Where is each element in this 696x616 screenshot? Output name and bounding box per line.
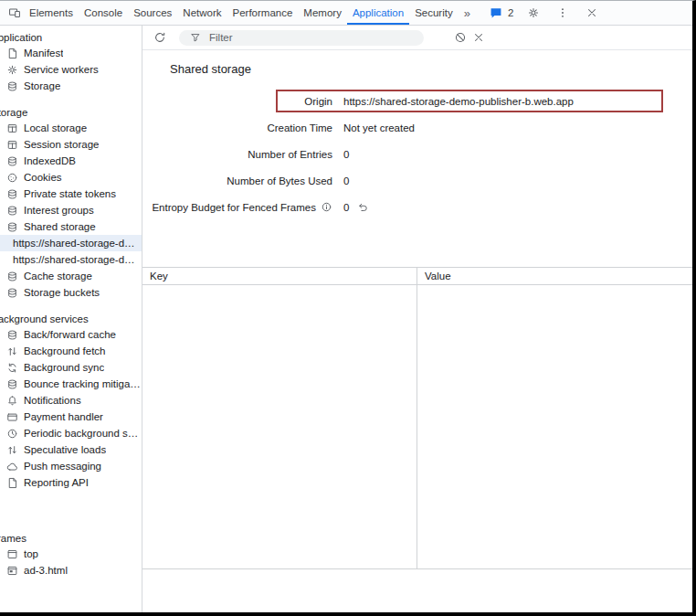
sidebar-item-label: Background fetch <box>24 345 106 356</box>
shared-storage-panel: Shared storage Originhttps://shared-stor… <box>142 26 692 612</box>
field-value-cell: https://shared-storage-demo-publisher-b.… <box>343 96 574 107</box>
tab-elements[interactable]: Elements <box>24 1 79 25</box>
column-header-value[interactable]: Value <box>417 268 692 284</box>
field-value-text: 0 <box>343 149 349 160</box>
sidebar-item-bounce-tracking-mitiga[interactable]: Bounce tracking mitiga… <box>0 376 142 392</box>
filter-input[interactable] <box>209 32 417 43</box>
filter-funnel-icon <box>186 28 205 47</box>
table-icon <box>6 122 18 134</box>
tab-security[interactable]: Security <box>409 1 459 25</box>
metadata-row-origin: Originhttps://shared-storage-demo-publis… <box>142 88 692 114</box>
sidebar-item-payment-handler[interactable]: Payment handler <box>0 409 142 425</box>
sidebar-item-notifications[interactable]: Notifications <box>0 392 142 409</box>
sidebar-item-label: top <box>24 548 38 559</box>
tab-console[interactable]: Console <box>79 1 128 25</box>
sidebar-section-storage: StorageLocal storageSession storageIndex… <box>0 105 142 301</box>
sidebar-item-label: IndexedDB <box>24 155 76 166</box>
reset-budget-button[interactable] <box>357 201 369 213</box>
ad-frame-icon <box>6 565 18 577</box>
sidebar-item-top[interactable]: top <box>0 546 142 562</box>
sidebar-item-shared-storage[interactable]: Shared storage <box>0 218 142 235</box>
sidebar-item-storage[interactable]: Storage <box>0 78 142 94</box>
metadata-row-entropy-budget-for-fenced-frames: Entropy Budget for Fenced Frames0 <box>142 194 692 220</box>
field-label: Origin <box>142 96 332 107</box>
card-icon <box>6 411 18 423</box>
gear-icon <box>6 64 18 76</box>
database-icon <box>6 205 18 217</box>
sidebar-item-session-storage[interactable]: Session storage <box>0 136 142 153</box>
refresh-button[interactable] <box>151 28 169 47</box>
clear-entries-button[interactable] <box>451 28 469 47</box>
field-label: Number of Entries <box>142 149 332 160</box>
sidebar-item-local-storage[interactable]: Local storage <box>0 120 142 136</box>
delete-selected-button[interactable] <box>469 28 488 47</box>
close-devtools-icon[interactable] <box>583 4 601 22</box>
sidebar-item-service-workers[interactable]: Service workers <box>0 61 142 78</box>
sidebar-item-background-sync[interactable]: Background sync <box>0 359 142 376</box>
sidebar-item-speculative-loads[interactable]: Speculative loads <box>0 441 142 458</box>
sidebar-item-back-forward-cache[interactable]: Back/forward cache <box>0 326 142 343</box>
sidebar-item-periodic-background-s[interactable]: Periodic background s… <box>0 425 142 441</box>
settings-gear-icon[interactable] <box>524 4 543 22</box>
devtools-window: ElementsConsoleSourcesNetworkPerformance… <box>0 0 696 616</box>
tab-memory[interactable]: Memory <box>298 1 347 25</box>
section-header-frames[interactable]: Frames <box>0 531 142 546</box>
transfer-icon <box>6 345 18 357</box>
sidebar-item-label: Local storage <box>24 122 87 133</box>
section-header-application[interactable]: Application <box>0 30 142 45</box>
database-icon <box>6 378 18 390</box>
field-label-text: Entropy Budget for Fenced Frames <box>152 202 316 213</box>
sidebar-item-reporting-api[interactable]: Reporting API <box>0 474 142 491</box>
field-value-text: https://shared-storage-demo-publisher-b.… <box>343 96 574 107</box>
section-header-background-services[interactable]: Background services <box>0 312 142 326</box>
sidebar-item-cookies[interactable]: Cookies <box>0 169 142 186</box>
devtools-tabbar: ElementsConsoleSourcesNetworkPerformance… <box>0 1 692 26</box>
field-label-text: Creation Time <box>267 122 332 133</box>
sidebar-item-label: Shared storage <box>24 221 96 232</box>
database-icon <box>6 271 18 282</box>
database-icon <box>6 80 18 92</box>
field-value-cell: 0 <box>343 149 349 160</box>
tab-network[interactable]: Network <box>177 1 227 25</box>
tab-application[interactable]: Application <box>347 1 409 25</box>
panel-tabs: ElementsConsoleSourcesNetworkPerformance… <box>24 1 459 25</box>
sidebar-item-private-state-tokens[interactable]: Private state tokens <box>0 186 142 202</box>
sidebar-item-storage-buckets[interactable]: Storage buckets <box>0 284 142 301</box>
table-body-value-column <box>417 285 692 568</box>
device-toolbar-icon[interactable] <box>5 4 24 22</box>
table-header-row: KeyValue <box>142 268 692 285</box>
tab-sources[interactable]: Sources <box>128 1 177 25</box>
document-icon <box>6 48 18 59</box>
field-value-text: 0 <box>343 175 349 186</box>
sidebar-item-background-fetch[interactable]: Background fetch <box>0 343 142 359</box>
field-label: Entropy Budget for Fenced Frames <box>142 201 332 213</box>
filter-box[interactable] <box>179 30 424 46</box>
sidebar-item-label: Private state tokens <box>24 188 116 199</box>
field-value-text: 0 <box>343 202 349 213</box>
sidebar-item-label: https://shared-storage-d… <box>13 254 135 265</box>
sidebar-item-manifest[interactable]: Manifest <box>0 45 142 61</box>
section-header-storage[interactable]: Storage <box>0 105 142 120</box>
sidebar-item-push-messaging[interactable]: Push messaging <box>0 458 142 474</box>
sidebar-item-https-shared-storage-d[interactable]: https://shared-storage-d… <box>0 251 142 268</box>
document-icon <box>6 477 18 489</box>
frame-icon <box>6 548 18 560</box>
field-label-text: Origin <box>304 96 332 107</box>
sidebar-item-interest-groups[interactable]: Interest groups <box>0 202 142 218</box>
sidebar-item-label: Bounce tracking mitiga… <box>24 378 141 389</box>
sidebar-item-https-shared-storage-d[interactable]: https://shared-storage-d… <box>0 235 142 251</box>
tab-performance[interactable]: Performance <box>227 1 299 25</box>
more-tabs-button[interactable]: » <box>459 6 476 20</box>
metadata-row-number-of-bytes-used: Number of Bytes Used0 <box>142 167 692 194</box>
sidebar-item-label: Manifest <box>24 48 63 58</box>
sidebar-item-cache-storage[interactable]: Cache storage <box>0 268 142 284</box>
sync-icon <box>6 362 18 374</box>
info-icon[interactable] <box>321 201 332 213</box>
field-value-cell: 0 <box>343 201 369 213</box>
issues-button[interactable]: 2 <box>487 4 513 22</box>
metadata-row-number-of-entries: Number of Entries0 <box>142 141 692 167</box>
sidebar-item-ad-3-html[interactable]: ad-3.html <box>0 562 142 579</box>
kebab-menu-icon[interactable] <box>554 4 572 22</box>
column-header-key[interactable]: Key <box>142 268 417 284</box>
sidebar-item-indexeddb[interactable]: IndexedDB <box>0 153 142 169</box>
